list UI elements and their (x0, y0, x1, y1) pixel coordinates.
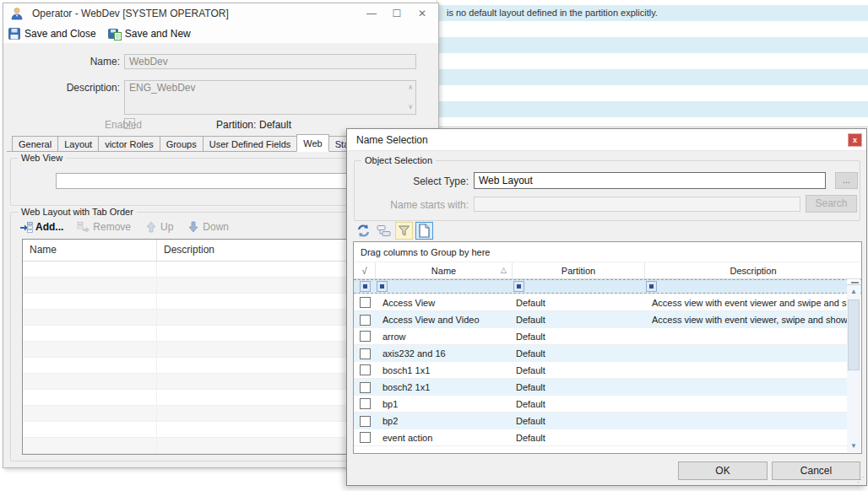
row-checkbox[interactable] (360, 382, 371, 393)
scroll-up-icon[interactable]: ∧ (408, 84, 413, 91)
object-selection-label: Object Selection (361, 155, 436, 165)
grid-row[interactable]: Access View and Video Default Access vie… (354, 311, 847, 328)
save-and-close-button[interactable]: Save and Close (8, 27, 96, 40)
save-icon (8, 27, 21, 40)
partition-column-header[interactable]: Partition (513, 262, 645, 278)
desktop: is no default layout defined in the part… (0, 0, 868, 491)
tab[interactable]: victor Roles (98, 136, 160, 152)
dialog-titlebar: Name Selection x (347, 129, 866, 151)
row-checkbox[interactable] (360, 416, 371, 427)
down-button[interactable]: Down (187, 220, 229, 234)
window-controls: — ☐ ✕ (359, 3, 435, 24)
grid-row[interactable]: bp1 Default (354, 396, 847, 413)
description-field[interactable]: ENG_WebDev ∧ ∨ (124, 80, 416, 115)
dialog-title: Name Selection (356, 134, 428, 146)
filter-box-icon[interactable] (360, 281, 371, 292)
grid-row[interactable]: axis232 and 16 Default (354, 345, 847, 362)
dialog-close-button[interactable]: x (848, 133, 862, 147)
dialog-icon-toolbar (355, 222, 433, 240)
save-and-new-button[interactable]: Save and New (108, 27, 191, 40)
web-view-group-label: Web View (18, 153, 66, 163)
group-view-button[interactable] (375, 222, 393, 240)
background-notice-text: is no default layout defined in the part… (447, 8, 658, 18)
scrollbar-splitter[interactable] (847, 279, 860, 285)
object-selection-group: Object Selection Select Type: Web Layout… (354, 160, 860, 221)
save-new-icon (108, 27, 122, 40)
cancel-button[interactable]: Cancel (772, 461, 860, 480)
scrollbar-thumb[interactable] (848, 299, 860, 370)
search-button[interactable]: Search (806, 195, 857, 213)
partition-value: Default (259, 119, 291, 131)
hierarchy-icon (377, 224, 391, 238)
tab[interactable]: General (12, 136, 58, 152)
filter-box-icon[interactable] (646, 281, 657, 292)
grid-row[interactable]: bosch2 1x1 Default (354, 379, 847, 396)
new-document-icon (418, 224, 431, 238)
grid-row[interactable]: arrow Default (354, 328, 847, 345)
up-arrow-icon (144, 220, 158, 234)
grid-header: √ Name △ Partition Description (354, 262, 861, 279)
tab[interactable]: Layout (57, 136, 99, 152)
resize-grip[interactable]: ⋰ (857, 477, 864, 483)
up-button[interactable]: Up (144, 220, 173, 234)
select-type-input[interactable]: Web Layout (474, 172, 826, 189)
vertical-scrollbar[interactable]: ▲ ▼ (847, 279, 860, 452)
grid-row[interactable]: Access View Default Access view with eve… (354, 294, 847, 311)
scroll-down-icon[interactable]: ∨ (408, 104, 413, 111)
description-column-header[interactable]: Description (645, 262, 861, 278)
close-button[interactable]: ✕ (410, 3, 435, 24)
tab[interactable]: Groups (160, 136, 203, 152)
up-label: Up (160, 221, 173, 233)
enabled-label: Enabled (105, 119, 155, 131)
filter-box-icon[interactable] (377, 281, 388, 292)
row-checkbox[interactable] (360, 348, 371, 359)
row-checkbox[interactable] (360, 297, 371, 308)
ok-button[interactable]: OK (678, 461, 768, 480)
row-checkbox[interactable] (360, 398, 371, 409)
name-starts-with-input[interactable] (474, 197, 800, 212)
minimize-button[interactable]: — (359, 3, 384, 24)
save-and-close-label: Save and Close (24, 28, 96, 40)
filter-button[interactable] (395, 222, 413, 240)
row-checkbox[interactable] (360, 432, 371, 443)
selection-grid: Drag columns to Group by here √ Name △ P… (353, 241, 862, 454)
remove-label: Remove (93, 221, 131, 233)
grid-row[interactable]: event action Default (354, 429, 847, 446)
row-checkbox[interactable] (360, 331, 371, 342)
new-document-button[interactable] (415, 222, 433, 240)
name-field[interactable]: WebDev (124, 54, 416, 69)
grid-row[interactable]: bosch1 1x1 Default (354, 362, 847, 379)
operator-titlebar: Operator - WebDev [SYSTEM OPERATOR] — ☐ … (3, 3, 438, 24)
save-and-new-label: Save and New (125, 28, 191, 40)
maximize-button[interactable]: ☐ (384, 3, 410, 24)
web-layout-toolbar: Add... Remove Up (19, 220, 229, 234)
description-value: ENG_WebDev (129, 82, 195, 94)
operator-toolbar: Save and Close Save and New (3, 24, 438, 43)
down-label: Down (203, 221, 229, 233)
web-layout-group-label: Web Layout with Tab Order (18, 207, 137, 217)
grid-row[interactable]: bp2 Default (354, 413, 847, 429)
refresh-button[interactable] (355, 222, 372, 240)
filter-icon (398, 224, 410, 237)
name-column-header[interactable]: Name △ (376, 262, 513, 278)
down-arrow-icon (187, 220, 200, 234)
column-header-name[interactable]: Name (23, 240, 157, 261)
filter-box-icon[interactable] (513, 281, 524, 292)
background-stripes (437, 5, 868, 122)
add-icon (19, 220, 33, 234)
group-by-hint[interactable]: Drag columns to Group by here (354, 242, 861, 262)
row-checkbox[interactable] (360, 364, 371, 375)
scroll-down-arrow-icon[interactable]: ▼ (847, 440, 860, 452)
name-starts-with-label: Name starts with: (355, 199, 469, 211)
tab-strip: GeneralLayoutvictor RolesGroupsUser Defi… (12, 134, 395, 152)
check-column-header[interactable]: √ (354, 262, 376, 278)
row-checkbox[interactable] (360, 315, 371, 326)
scroll-up-arrow-icon[interactable]: ▲ (847, 285, 860, 298)
tab[interactable]: User Defined Fields (203, 136, 298, 152)
add-button[interactable]: Add... (19, 220, 63, 234)
tab[interactable]: Web (296, 134, 328, 152)
sort-ascending-icon: △ (501, 266, 507, 274)
remove-button[interactable]: Remove (77, 220, 131, 234)
browse-button[interactable]: ... (835, 172, 858, 189)
background-window: is no default layout defined in the part… (437, 0, 868, 127)
